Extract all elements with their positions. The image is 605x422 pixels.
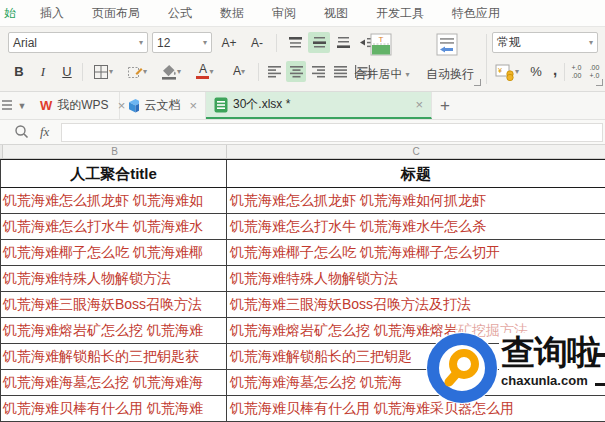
currency-format-button[interactable]: ¥ ▾ bbox=[492, 61, 522, 82]
align-left-button[interactable] bbox=[264, 61, 284, 82]
bold-button[interactable]: B bbox=[8, 61, 30, 82]
decrease-font-size-button[interactable]: A- bbox=[244, 32, 270, 53]
ribbon-tab-view[interactable]: 视图 bbox=[310, 0, 362, 26]
wps-spreadsheet-window: 始 插入 页面布局 公式 数据 审阅 视图 开发工具 特色应用 Arial ▾ … bbox=[0, 0, 605, 422]
text-effect-button[interactable]: A ▾ bbox=[224, 61, 254, 82]
wrap-text-button[interactable] bbox=[434, 31, 460, 57]
align-middle-button[interactable] bbox=[308, 32, 330, 53]
cell-b[interactable]: 饥荒海难贝棒有什么用 饥荒海难 bbox=[1, 396, 227, 421]
fx-icon[interactable]: fx bbox=[40, 124, 49, 140]
toolbar-separator bbox=[486, 34, 487, 84]
table-row: 饥荒海难特殊人物解锁方法 饥荒海难特殊人物解锁方法 bbox=[0, 266, 605, 292]
cell-c[interactable]: 饥荒海难椰子怎么吃 饥荒海难椰子怎么切开 bbox=[227, 240, 605, 265]
text-effect-icon: A bbox=[233, 66, 241, 77]
number-format-select[interactable]: 常规 ▾ bbox=[492, 32, 598, 53]
cell-b[interactable]: 饥荒海难怎么抓龙虾 饥荒海难如 bbox=[1, 188, 227, 213]
font-color-button[interactable]: A ▾ bbox=[190, 61, 220, 82]
number-dialog-launcher[interactable] bbox=[596, 79, 603, 86]
align-center-icon bbox=[289, 65, 304, 78]
align-bottom-button[interactable] bbox=[332, 32, 354, 53]
alignment-dialog-launcher[interactable] bbox=[474, 79, 481, 86]
new-tab-button[interactable]: + bbox=[432, 92, 458, 119]
spreadsheet-file-icon bbox=[214, 97, 228, 113]
italic-button[interactable]: I bbox=[32, 61, 54, 82]
cloud-docs-icon bbox=[128, 98, 139, 113]
font-name-select[interactable]: Arial ▾ bbox=[8, 32, 148, 53]
formatting-toolbar: Arial ▾ 12 ▾ A+ A- B I bbox=[0, 27, 605, 92]
formula-input[interactable] bbox=[61, 123, 603, 142]
comma-style-button[interactable]: , bbox=[548, 59, 562, 80]
align-top-button[interactable] bbox=[284, 32, 306, 53]
cell-b[interactable]: 饥荒海难特殊人物解锁方法 bbox=[1, 266, 227, 291]
toolbar-separator bbox=[276, 34, 277, 52]
watermark-domain: chaxunla.com bbox=[501, 373, 605, 389]
cell-c[interactable]: 饥荒海难特殊人物解锁方法 bbox=[227, 266, 605, 291]
font-size-select[interactable]: 12 ▾ bbox=[152, 32, 212, 53]
cell-c-title[interactable]: 标题 bbox=[227, 160, 605, 187]
ribbon-tab-home[interactable]: 始 bbox=[0, 0, 26, 26]
draw-border-button[interactable]: ▾ bbox=[122, 61, 152, 82]
merge-center-button[interactable]: T bbox=[368, 31, 394, 57]
table-row: 饥荒海难怎么抓龙虾 饥荒海难如 饥荒海难怎么抓龙虾 饥荒海难如何抓龙虾 bbox=[0, 188, 605, 214]
merge-center-label-button[interactable]: 合并居中▾ bbox=[346, 66, 418, 83]
ribbon-tab-review[interactable]: 审阅 bbox=[258, 0, 310, 26]
formula-bar: fx bbox=[0, 120, 605, 145]
toolbar-separator bbox=[564, 63, 565, 81]
ribbon-tab-page-layout[interactable]: 页面布局 bbox=[78, 0, 154, 26]
chevron-down-icon: ▾ bbox=[209, 68, 213, 76]
name-box-search-icon[interactable] bbox=[14, 124, 30, 140]
tab-workbook-30[interactable]: 30个.xlsx * × bbox=[206, 92, 432, 119]
chevron-down-icon: ▾ bbox=[143, 68, 147, 76]
underline-button[interactable]: U bbox=[56, 61, 78, 82]
watermark: 查询啦 chaxunla.com bbox=[425, 331, 605, 403]
cell-c[interactable]: 饥荒海难怎么抓龙虾 饥荒海难如何抓龙虾 bbox=[227, 188, 605, 213]
menu-icon[interactable] bbox=[2, 100, 12, 111]
cell-b[interactable]: 饥荒海难熔岩矿怎么挖 饥荒海难 bbox=[1, 318, 227, 343]
table-row: 人工聚合title 标题 bbox=[0, 159, 605, 188]
increase-font-size-button[interactable]: A+ bbox=[216, 32, 242, 53]
column-header-c[interactable]: C bbox=[227, 145, 605, 158]
number-format-value: 常规 bbox=[497, 34, 521, 51]
tab-cloud-docs[interactable]: 云文档 × bbox=[120, 92, 206, 119]
ribbon-tab-data[interactable]: 数据 bbox=[206, 0, 258, 26]
column-header-b[interactable]: B bbox=[3, 145, 227, 158]
align-right-button[interactable] bbox=[308, 61, 328, 82]
tab-label: 30个.xlsx * bbox=[233, 96, 290, 113]
cell-b[interactable]: 饥荒海难解锁船长的三把钥匙获 bbox=[1, 344, 227, 369]
chevron-down-icon: ▾ bbox=[515, 68, 519, 76]
wps-logo-icon: W bbox=[40, 98, 52, 113]
toolbar-separator bbox=[258, 63, 259, 81]
watermark-dash bbox=[596, 353, 605, 357]
tab-list-dropdown[interactable]: ▼ bbox=[12, 92, 32, 119]
cell-b[interactable]: 饥荒海难三眼海妖Boss召唤方法 bbox=[1, 292, 227, 317]
close-icon[interactable]: × bbox=[189, 98, 197, 113]
ribbon-tab-insert[interactable]: 插入 bbox=[26, 0, 78, 26]
cell-b[interactable]: 饥荒海难怎么打水牛 饥荒海难水 bbox=[1, 214, 227, 239]
fill-color-button[interactable]: ▾ bbox=[156, 61, 186, 82]
borders-button[interactable]: ▾ bbox=[88, 61, 118, 82]
ribbon-tab-formulas[interactable]: 公式 bbox=[154, 0, 206, 26]
wrap-text-label-button[interactable]: 自动换行 bbox=[424, 66, 476, 83]
increase-decimal-button[interactable]: +.0.00 bbox=[568, 61, 585, 82]
align-middle-icon bbox=[312, 36, 327, 49]
ribbon-tab-special-features[interactable]: 特色应用 bbox=[438, 0, 514, 26]
cell-c[interactable]: 饥荒海难三眼海妖Boss召唤方法及打法 bbox=[227, 292, 605, 317]
tab-my-wps[interactable]: W 我的WPS × bbox=[32, 92, 120, 119]
percent-style-button[interactable]: % bbox=[526, 61, 546, 82]
cell-b[interactable]: 饥荒海难海墓怎么挖 饥荒海难海 bbox=[1, 370, 227, 395]
ribbon-tab-dev-tools[interactable]: 开发工具 bbox=[362, 0, 438, 26]
draw-border-icon bbox=[127, 64, 143, 80]
decrease-decimal-icon: .00+.0 bbox=[590, 64, 600, 80]
align-center-button[interactable] bbox=[286, 61, 306, 82]
cell-b-title[interactable]: 人工聚合title bbox=[1, 160, 227, 187]
watermark-text: 查询啦 chaxunla.com bbox=[499, 333, 605, 389]
cell-b[interactable]: 饥荒海难椰子怎么吃 饥荒海难椰 bbox=[1, 240, 227, 265]
chevron-down-icon: ▾ bbox=[203, 39, 207, 47]
cell-c[interactable]: 饥荒海难怎么打水牛 饥荒海难水牛怎么杀 bbox=[227, 214, 605, 239]
table-row: 饥荒海难三眼海妖Boss召唤方法 饥荒海难三眼海妖Boss召唤方法及打法 bbox=[0, 292, 605, 318]
merge-center-icon: T bbox=[370, 33, 392, 56]
chevron-down-icon: ▾ bbox=[177, 68, 181, 76]
chevron-down-icon: ▾ bbox=[589, 39, 593, 47]
close-icon[interactable]: × bbox=[415, 97, 423, 112]
font-color-icon: A bbox=[196, 64, 209, 79]
